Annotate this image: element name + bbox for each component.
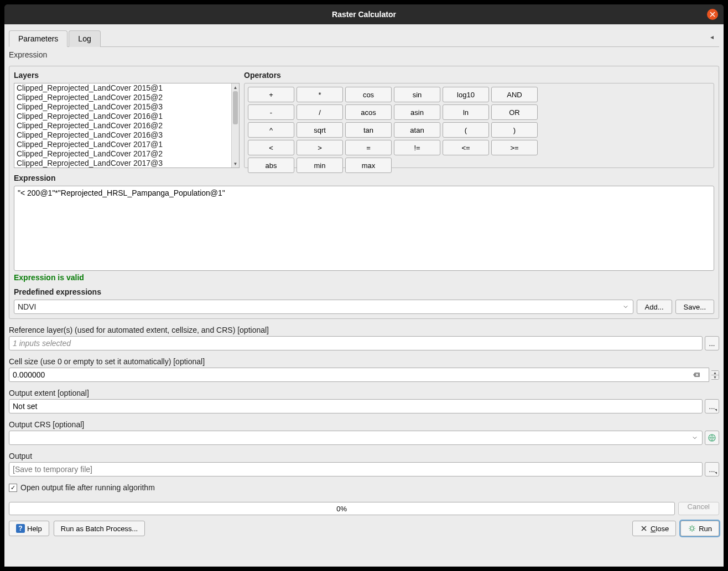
titlebar: Raster Calculator xyxy=(4,4,724,24)
reference-layer-row: Reference layer(s) (used for automated e… xyxy=(9,326,719,350)
chevron-down-icon xyxy=(691,434,699,442)
op-and-button[interactable]: AND xyxy=(491,87,538,102)
close-button[interactable]: CCloselose xyxy=(632,521,676,536)
list-item[interactable]: Clipped_Reprojected_LandCover 2015@1 xyxy=(14,83,231,93)
layers-panel: Layers Clipped_Reprojected_LandCover 201… xyxy=(14,71,240,168)
expression-group-heading: Expression xyxy=(9,49,719,60)
progress-row: 0% Cancel xyxy=(9,502,719,515)
list-item[interactable]: Clipped_Reprojected_LandCover 2015@3 xyxy=(14,102,231,112)
expression-groupbox: Layers Clipped_Reprojected_LandCover 201… xyxy=(9,66,719,319)
op-neq-button[interactable]: != xyxy=(394,140,440,155)
batch-button[interactable]: Run as Batch Process... xyxy=(54,521,145,536)
expression-input[interactable] xyxy=(18,188,710,268)
reference-layer-browse-button[interactable]: ... xyxy=(705,336,719,350)
op-asin-button[interactable]: asin xyxy=(394,104,440,120)
open-output-checkbox[interactable]: ✓ xyxy=(9,484,17,492)
op-sin-button[interactable]: sin xyxy=(394,87,440,102)
output-crs-label: Output CRS [optional] xyxy=(9,420,719,429)
cancel-button: Cancel xyxy=(678,502,719,515)
cell-size-input[interactable] xyxy=(9,368,709,382)
op-lt-button[interactable]: < xyxy=(248,140,294,155)
op-ln-button[interactable]: ln xyxy=(443,104,489,120)
operators-grid: + * cos sin log10 AND - / acos asin ln O… xyxy=(244,83,714,168)
list-item[interactable]: Clipped_Reprojected_LandCover 2017@1 xyxy=(14,140,231,149)
output-crs-combo[interactable] xyxy=(9,431,703,445)
op-plus-button[interactable]: + xyxy=(248,87,294,102)
list-item[interactable]: Clipped_Reprojected_LandCover 2015@2 xyxy=(14,93,231,102)
open-output-row: ✓ Open output file after running algorit… xyxy=(9,483,719,492)
content-area: Parameters Log ◂ Expression Layers Clipp… xyxy=(4,24,724,567)
scroll-up-icon[interactable]: ▲ xyxy=(232,83,239,91)
op-log10-button[interactable]: log10 xyxy=(443,87,489,102)
op-abs-button[interactable]: abs xyxy=(248,158,294,173)
op-sqrt-button[interactable]: sqrt xyxy=(297,122,343,138)
tab-parameters[interactable]: Parameters xyxy=(9,30,67,47)
list-item[interactable]: Clipped_Reprojected_LandCover 2016@1 xyxy=(14,112,231,121)
scroll-down-icon[interactable]: ▼ xyxy=(232,160,239,167)
help-button[interactable]: ? Help xyxy=(9,521,49,536)
output-input[interactable] xyxy=(9,462,703,476)
tab-bar: Parameters Log ◂ xyxy=(9,30,719,47)
op-or-button[interactable]: OR xyxy=(491,104,538,120)
list-item[interactable]: Clipped_Reprojected_LandCover 2017@2 xyxy=(14,149,231,159)
cell-size-spinner[interactable]: ▲ ▼ xyxy=(711,370,719,380)
op-lte-button[interactable]: <= xyxy=(443,140,489,155)
spin-up-icon[interactable]: ▲ xyxy=(711,371,719,375)
predefined-label: Predefined expressions xyxy=(14,287,714,296)
op-gt-button[interactable]: > xyxy=(297,140,343,155)
op-gte-button[interactable]: >= xyxy=(491,140,538,155)
predefined-combo[interactable]: NDVI xyxy=(14,300,633,314)
reference-layer-input[interactable] xyxy=(9,336,703,350)
output-extent-browse-button[interactable]: ... xyxy=(705,399,719,413)
spin-down-icon[interactable]: ▼ xyxy=(711,375,719,379)
panel-collapse-icon[interactable]: ◂ xyxy=(710,33,719,42)
globe-icon xyxy=(708,433,716,442)
crs-picker-button[interactable] xyxy=(705,431,719,445)
op-cos-button[interactable]: cos xyxy=(345,87,392,102)
layers-list: Clipped_Reprojected_LandCover 2015@1 Cli… xyxy=(14,83,240,168)
op-div-button[interactable]: / xyxy=(297,104,343,120)
add-button[interactable]: Add... xyxy=(637,300,672,314)
layers-title: Layers xyxy=(14,71,240,80)
layers-list-inner[interactable]: Clipped_Reprojected_LandCover 2015@1 Cli… xyxy=(14,83,231,167)
clear-icon[interactable] xyxy=(693,371,700,379)
expression-label: Expression xyxy=(14,174,714,182)
run-button[interactable]: Run xyxy=(680,521,719,536)
list-item[interactable]: Clipped_Reprojected_LandCover 2016@2 xyxy=(14,121,231,130)
layers-operators-row: Layers Clipped_Reprojected_LandCover 201… xyxy=(14,71,714,168)
run-button-label: Run xyxy=(699,525,712,533)
x-icon xyxy=(639,524,648,533)
chevron-down-icon xyxy=(622,303,630,311)
list-item[interactable]: Clipped_Reprojected_LandCover 2016@3 xyxy=(14,130,231,140)
output-crs-row: Output CRS [optional] xyxy=(9,420,719,445)
scrollbar-thumb[interactable] xyxy=(233,91,238,124)
op-atan-button[interactable]: atan xyxy=(394,122,440,138)
output-extent-input[interactable] xyxy=(9,399,703,413)
operators-title: Operators xyxy=(244,71,714,80)
save-button[interactable]: Save... xyxy=(675,300,714,314)
bottom-button-row: ? Help Run as Batch Process... CCloselos… xyxy=(9,521,719,536)
output-browse-button[interactable]: ... xyxy=(705,462,719,476)
close-icon xyxy=(710,12,715,17)
tab-log[interactable]: Log xyxy=(69,30,100,47)
op-mult-button[interactable]: * xyxy=(297,87,343,102)
op-lparen-button[interactable]: ( xyxy=(443,122,489,138)
op-eq-button[interactable]: = xyxy=(345,140,392,155)
op-pow-button[interactable]: ^ xyxy=(248,122,294,138)
predefined-row: NDVI Add... Save... xyxy=(14,300,714,314)
svg-point-1 xyxy=(690,527,694,530)
op-minus-button[interactable]: - xyxy=(248,104,294,120)
op-max-button[interactable]: max xyxy=(345,158,392,173)
layers-scrollbar[interactable]: ▲ ▼ xyxy=(231,83,239,167)
progress-bar: 0% xyxy=(9,502,675,515)
op-tan-button[interactable]: tan xyxy=(345,122,392,138)
expression-input-wrap xyxy=(14,186,714,271)
window-close-button[interactable] xyxy=(707,9,718,20)
help-icon: ? xyxy=(16,524,25,533)
operators-panel: Operators + * cos sin log10 AND - / acos… xyxy=(244,71,714,168)
op-min-button[interactable]: min xyxy=(297,158,343,173)
list-item[interactable]: Clipped_Reprojected_LandCover 2017@3 xyxy=(14,159,231,167)
output-extent-row: Output extent [optional] ... xyxy=(9,389,719,413)
op-rparen-button[interactable]: ) xyxy=(491,122,538,138)
op-acos-button[interactable]: acos xyxy=(345,104,392,120)
